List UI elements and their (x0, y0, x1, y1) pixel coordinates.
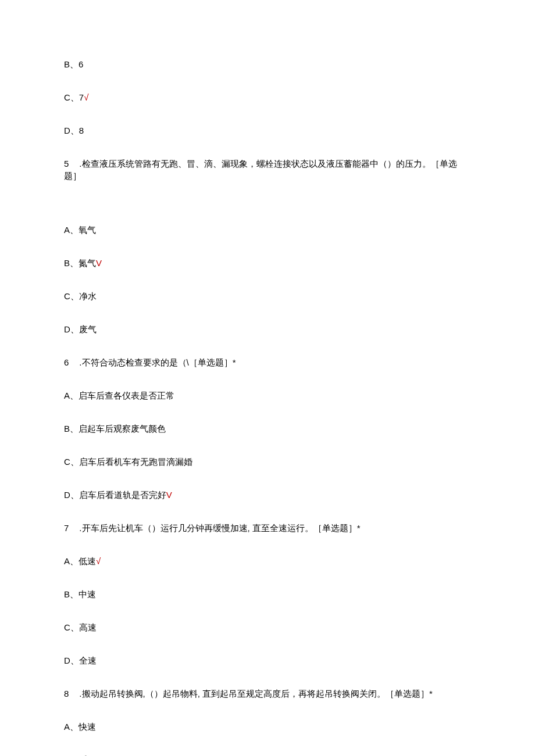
question-text: .检查液压系统管路有无跑、冒、滴、漏现象，螺栓连接状态以及液压蓄能器中（）的压力… (64, 159, 457, 181)
option-text: D、全速 (64, 655, 97, 665)
correct-mark: V (96, 258, 102, 268)
option-text: D、8 (64, 126, 84, 135)
option-line: B、缓®√ (64, 754, 471, 756)
option-text: D、启车后看道轨是否完好 (64, 490, 166, 500)
option-line: B、氮气V (64, 257, 471, 269)
option-text: B、氮气 (64, 258, 96, 268)
question-line: 5.检查液压系统管路有无跑、冒、滴、漏现象，螺栓连接状态以及液压蓄能器中（）的压… (64, 157, 471, 182)
question-number: 6 (64, 357, 69, 367)
option-text: A、启车后查各仪表是否正常 (64, 390, 174, 400)
option-line: A、氧气 (64, 224, 471, 236)
question-line: 7.开车后先让机车（）运行几分钟再缓慢加速, 直至全速运行。［单选题］* (64, 522, 471, 534)
blank-line (64, 203, 471, 224)
option-text: A、氧气 (64, 225, 96, 235)
option-line: B、启起车后观察废气颜色 (64, 422, 471, 435)
correct-mark: √ (96, 556, 101, 566)
option-line: C、7√ (64, 91, 471, 103)
option-text: C、净水 (64, 291, 97, 301)
option-line: B、6 (64, 58, 471, 70)
correct-mark: √ (84, 92, 88, 102)
option-text: A、低速 (64, 556, 96, 566)
question-text: .搬动起吊转换阀,（）起吊物料, 直到起吊至规定高度后，再将起吊转换阀关闭。［单… (79, 689, 433, 698)
question-line: 6.不符合动态检查要求的是（\［单选题］* (64, 356, 471, 368)
option-text: B、启起车后观察废气颜色 (64, 424, 166, 433)
option-text: C、7 (64, 92, 84, 102)
question-text: .不符合动态检查要求的是（\［单选题］* (79, 357, 236, 367)
question-number: 8 (64, 689, 69, 698)
option-line: C、净水 (64, 290, 471, 302)
option-text: D、废气 (64, 324, 97, 334)
option-line: C、启车后看机车有无跑冒滴漏婚 (64, 456, 471, 468)
option-line: D、全速 (64, 654, 471, 667)
correct-mark: V (166, 490, 172, 500)
option-line: D、8 (64, 124, 471, 137)
option-line: D、启车后看道轨是否完好V (64, 489, 471, 501)
option-text: B、中速 (64, 589, 96, 599)
option-text: C、高速 (64, 622, 97, 632)
option-line: B、中速 (64, 588, 471, 600)
option-text: C、启车后看机车有无跑冒滴漏婚 (64, 457, 192, 467)
question-text: .开车后先让机车（）运行几分钟再缓慢加速, 直至全速运行。［单选题］* (79, 523, 360, 533)
option-line: A、低速√ (64, 555, 471, 567)
option-line: A、启车后查各仪表是否正常 (64, 389, 471, 402)
option-line: D、废气 (64, 323, 471, 335)
option-text: A、快速 (64, 722, 96, 732)
question-number: 7 (64, 523, 69, 533)
option-line: A、快速 (64, 721, 471, 733)
question-number: 5 (64, 159, 69, 169)
option-text: B、6 (64, 59, 83, 69)
question-line: 8.搬动起吊转换阀,（）起吊物料, 直到起吊至规定高度后，再将起吊转换阀关闭。［… (64, 687, 471, 700)
option-line: C、高速 (64, 621, 471, 633)
